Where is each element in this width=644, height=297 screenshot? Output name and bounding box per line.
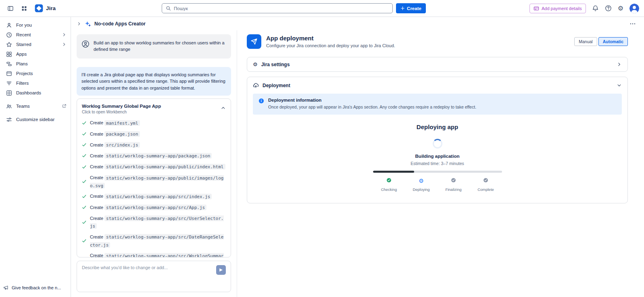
notifications-button[interactable] <box>592 5 599 12</box>
file-row: Create static/worklog-summary-app/src/in… <box>82 192 226 200</box>
file-row-text: Create static/worklog-summary-app/public… <box>90 163 225 171</box>
main-area: No-code Apps Creator Build an app to sho… <box>71 17 644 297</box>
sidebar-item-teams[interactable]: Teams <box>0 101 71 111</box>
sidebar-item-label: Dashboards <box>16 90 41 95</box>
topbar-center: Create <box>62 3 525 13</box>
chevron-up-icon[interactable] <box>221 105 226 111</box>
workbench-card-header[interactable]: Worklog Summary Global Page App Click to… <box>77 99 231 117</box>
deployment-title: App deployment <box>266 35 569 42</box>
assistant-response-message: I'll create a Jira global page app that … <box>77 67 231 96</box>
sidebar-item-label: Starred <box>16 42 31 47</box>
deploy-estimated-time: Estimated time: 3–7 minutes <box>373 161 502 166</box>
panel-left-icon <box>7 5 14 12</box>
file-row: Create package.json <box>82 130 226 138</box>
more-horizontal-icon <box>629 21 636 27</box>
user-avatar[interactable] <box>629 4 639 13</box>
spinner-icon <box>433 139 442 148</box>
deploy-progress-fill <box>373 171 414 173</box>
app-switcher-icon <box>21 5 27 12</box>
sidebar-toggle-button[interactable] <box>5 3 16 14</box>
settings-button[interactable]: ⚙ <box>618 5 623 12</box>
jira-settings-section[interactable]: ⚙ Jira settings <box>247 57 628 72</box>
deploy-status-title: Deploying app <box>373 123 502 130</box>
file-path-chip: static/worklog-summary-app/src/App.js <box>104 205 206 210</box>
check-icon <box>82 205 87 210</box>
collapse-chevron-icon[interactable] <box>77 21 81 26</box>
file-action-label: Create <box>90 234 103 239</box>
jira-logo[interactable]: Jira <box>32 4 58 13</box>
chevron-right-icon[interactable] <box>617 62 622 67</box>
workbench-subtitle: Click to open Workbench <box>82 110 221 114</box>
check-icon <box>82 194 87 199</box>
search-box[interactable] <box>162 3 393 13</box>
jira-settings-label: Jira settings <box>261 62 290 67</box>
create-button[interactable]: Create <box>396 3 426 13</box>
file-row-text: Create static/worklog-summary-app/src/Wo… <box>90 252 226 257</box>
bell-icon <box>592 5 599 12</box>
check-circle-icon <box>451 178 456 183</box>
user-prompt-text: Build an app to show worklog summaries f… <box>94 40 226 53</box>
file-row: Create static/worklog-summary-app/src/Da… <box>82 233 226 249</box>
sidebar-item-recent[interactable]: Recent <box>0 30 71 40</box>
filters-icon <box>6 80 12 86</box>
teams-icon <box>6 103 12 109</box>
sidebar-item-label: Filters <box>16 81 29 86</box>
file-path-chip: static/worklog-summary-app/src/UserSelec… <box>90 215 224 229</box>
step-label: Deploying <box>405 187 438 192</box>
assistant-response-text: I'll create a Jira global page app that … <box>81 72 225 90</box>
more-menu-button[interactable] <box>629 21 636 27</box>
file-action-label: Create <box>90 132 103 136</box>
give-feedback-link[interactable]: Give feedback on the n... <box>3 285 61 291</box>
send-button[interactable] <box>216 265 226 275</box>
file-action-label: Create <box>90 175 103 180</box>
app-switcher-button[interactable] <box>19 3 30 14</box>
automatic-mode-button[interactable]: Automatic <box>598 37 628 46</box>
sidebar-item-dashboards[interactable]: Dashboards <box>0 88 71 98</box>
add-payment-details-button[interactable]: Add payment details <box>529 4 586 13</box>
file-path-chip: static/worklog-summary-app/package.json <box>104 153 212 159</box>
manual-mode-button[interactable]: Manual <box>574 37 597 46</box>
plus-icon <box>400 6 405 10</box>
check-icon <box>82 121 87 125</box>
sidebar-item-label: Teams <box>16 104 30 109</box>
sidebar-item-label: Apps <box>16 52 27 56</box>
creator-header: No-code Apps Creator <box>71 17 644 30</box>
sidebar-item-customize-sidebar[interactable]: Customize sidebar <box>0 115 71 124</box>
jira-app: Jira Create Add payment details ⚙ <box>0 0 644 297</box>
file-action-label: Create <box>90 253 103 257</box>
top-bar: Jira Create Add payment details ⚙ <box>0 0 644 17</box>
file-action-label: Create <box>90 216 103 221</box>
step-label: Complete <box>470 187 502 192</box>
sidebar-item-label: For you <box>16 23 32 27</box>
sidebar-item-for-you[interactable]: For you <box>0 20 71 30</box>
projects-icon <box>6 71 12 77</box>
help-button[interactable] <box>605 5 612 12</box>
chevron-down-icon[interactable] <box>617 83 622 88</box>
file-row: Create static/worklog-summary-app/public… <box>82 163 226 171</box>
avatar-icon <box>629 4 639 13</box>
left-sidebar: For youRecentStarredAppsPlansProjectsFil… <box>0 17 71 297</box>
info-icon <box>258 98 264 104</box>
sidebar-item-projects[interactable]: Projects <box>0 69 71 78</box>
chat-input-field[interactable] <box>82 265 211 288</box>
deploy-mode-toggle: Manual Automatic <box>574 37 628 46</box>
check-icon <box>82 238 87 243</box>
file-path-chip: static/worklog-summary-app/public/index.… <box>104 164 225 169</box>
deployment-section-header[interactable]: Deployment <box>247 77 627 94</box>
sidebar-item-label: Plans <box>16 61 28 66</box>
sidebar-item-filters[interactable]: Filters <box>0 78 71 88</box>
check-icon <box>82 142 87 147</box>
sidebar-item-plans[interactable]: Plans <box>0 59 71 69</box>
sidebar-item-starred[interactable]: Starred <box>0 40 71 49</box>
deploy-icon <box>253 82 259 88</box>
help-icon <box>605 5 612 12</box>
file-action-label: Create <box>90 120 103 125</box>
deployment-section: Deployment Deployment information Once d… <box>247 77 628 203</box>
step-label: Checking <box>373 187 405 192</box>
search-input[interactable] <box>174 6 389 11</box>
deployment-titles: App deployment Configure your Jira conne… <box>266 34 569 48</box>
app-shell: For youRecentStarredAppsPlansProjectsFil… <box>0 17 644 297</box>
sidebar-item-apps[interactable]: Apps <box>0 49 71 59</box>
file-path-chip: manifest.yml <box>104 120 140 126</box>
send-icon <box>219 268 223 272</box>
